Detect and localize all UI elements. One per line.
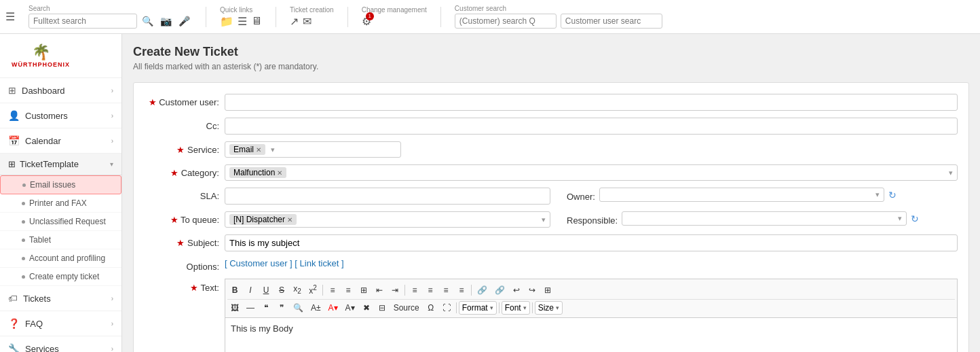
service-dropdown-arrow-icon[interactable]: ▾ — [271, 145, 275, 154]
ticket-out-icon[interactable]: ↗ — [290, 15, 299, 28]
sidebar-subitem-unclassified[interactable]: Unclassified Request — [0, 213, 121, 231]
customer-search-section: Customer search — [455, 5, 662, 29]
hr-button[interactable]: — — [243, 301, 258, 315]
service-tag-close[interactable]: ✕ — [256, 146, 261, 154]
unordered-list-button[interactable]: ≡ — [341, 283, 356, 297]
category-tag: Malfunction ✕ — [229, 167, 286, 178]
sidebar-subitem-account-profiling[interactable]: Account and profiling — [0, 249, 121, 268]
responsible-refresh-button[interactable]: ↻ — [911, 213, 919, 224]
undo-button[interactable]: ↩ — [509, 283, 524, 297]
list-icon[interactable]: ☰ — [238, 15, 247, 28]
indent-more-button[interactable]: ⇥ — [388, 283, 402, 297]
change-badge: 1 — [366, 12, 374, 20]
fullscreen-button[interactable]: ⛶ — [439, 301, 454, 315]
responsible-dropdown-arrow-icon[interactable]: ▾ — [898, 214, 902, 223]
more-button[interactable]: ⊞ — [540, 283, 555, 297]
camera-icon[interactable]: 📷 — [158, 14, 174, 28]
owner-dropdown-arrow-icon[interactable]: ▾ — [875, 190, 880, 199]
blockquote-open-button[interactable]: ❝ — [259, 301, 274, 315]
queue-tag-close[interactable]: ✕ — [287, 216, 293, 224]
find-button[interactable]: 🔍 — [290, 301, 307, 315]
sidebar-item-dashboard[interactable]: ⊞ Dashboard › — [0, 78, 121, 103]
image-button[interactable]: 🖼 — [227, 301, 242, 315]
italic-button[interactable]: I — [243, 283, 258, 297]
queue-dropdown-arrow-icon[interactable]: ▾ — [542, 215, 546, 224]
folder-icon[interactable]: 📁 — [220, 15, 233, 28]
top-bar: ☰ Search 🔍 📷 🎤 Quick links 📁 ☰ 🖥 Ticket … — [0, 0, 980, 34]
link-button[interactable]: 🔗 — [474, 283, 491, 297]
redo-button[interactable]: ↪ — [525, 283, 540, 297]
align-left-button[interactable]: ≡ — [407, 283, 422, 297]
quicklinks-section: Quick links 📁 ☰ 🖥 — [220, 6, 262, 28]
subscript-button[interactable]: x2 — [290, 282, 305, 297]
size-adjust-button[interactable]: A± — [307, 301, 324, 315]
source-button[interactable]: Source — [390, 301, 423, 315]
email-icon[interactable]: ✉ — [303, 15, 312, 28]
sidebar-item-tickets[interactable]: 🏷 Tickets › — [0, 286, 121, 311]
sidebar-item-customers[interactable]: 👤 Customers › — [0, 103, 121, 128]
sidebar-item-faq[interactable]: ❓ FAQ › — [0, 311, 121, 336]
customer-user-input[interactable] — [225, 94, 958, 111]
ordered-list-button[interactable]: ≡ — [325, 283, 340, 297]
align-center-button[interactable]: ≡ — [423, 283, 438, 297]
tickets-arrow-icon: › — [111, 295, 113, 302]
unlink-button[interactable]: 🔗 — [491, 283, 508, 297]
font-color-button[interactable]: A▾ — [325, 301, 341, 315]
toolbar-sep2 — [404, 285, 405, 296]
category-tag-close[interactable]: ✕ — [277, 169, 282, 177]
cc-input[interactable] — [225, 118, 958, 135]
size-dropdown[interactable]: Size ▾ — [535, 301, 563, 315]
bg-color-button[interactable]: A▾ — [342, 301, 358, 315]
blockquote-close-button[interactable]: ❞ — [274, 301, 289, 315]
category-dropdown-arrow-icon[interactable]: ▾ — [949, 169, 953, 177]
special-chars-button[interactable]: Ω — [423, 301, 438, 315]
customer-search-label: Customer search — [455, 5, 662, 12]
link-ticket-link[interactable]: [ Link ticket ] — [295, 258, 343, 268]
subject-input[interactable] — [225, 234, 958, 251]
faq-arrow-icon: › — [111, 320, 113, 328]
sidebar-subitem-tablet[interactable]: Tablet — [0, 231, 121, 249]
to-queue-tag-input[interactable]: [N] Dispatcher ✕ ▾ — [225, 211, 550, 228]
search-input[interactable] — [29, 14, 137, 29]
gear-badge-icon[interactable]: ⚙ 1 — [362, 15, 371, 28]
sidebar-item-ticket-template[interactable]: ⊞ TicketTemplate ▾ — [0, 154, 121, 175]
font-dropdown[interactable]: Font ▾ — [502, 301, 530, 315]
pagebreak-button[interactable]: ⊟ — [375, 301, 390, 315]
mic-icon[interactable]: 🎤 — [176, 14, 192, 28]
size-dropdown-label: Size — [538, 303, 554, 313]
customer-user-search-input[interactable] — [561, 14, 662, 29]
clear-format-button[interactable]: ✖ — [359, 301, 374, 315]
hamburger-icon[interactable]: ☰ — [5, 10, 15, 23]
sidebar-subitem-email-issues[interactable]: Email issues — [0, 175, 121, 194]
options-label: Options: — [145, 258, 219, 272]
owner-input[interactable]: ▾ — [599, 188, 884, 202]
editor-body[interactable]: This is my Body — [225, 317, 958, 352]
monitor-icon[interactable]: 🖥 — [251, 15, 262, 27]
format-dropdown[interactable]: Format ▾ — [459, 301, 497, 315]
underline-button[interactable]: U — [259, 283, 274, 297]
sla-owner-row: SLA: Owner: ▾ ↻ — [145, 188, 958, 205]
to-queue-label: ★ To queue: — [145, 211, 219, 225]
align-justify-button[interactable]: ≡ — [454, 283, 469, 297]
customer-user-label: ★ Customer user: — [145, 94, 219, 107]
sla-input[interactable] — [225, 188, 550, 205]
indent-less-button[interactable]: ⇤ — [372, 283, 387, 297]
owner-refresh-button[interactable]: ↻ — [888, 190, 897, 200]
search-icon[interactable]: 🔍 — [140, 14, 155, 28]
table-button[interactable]: ⊞ — [356, 283, 371, 297]
font-dropdown-label: Font — [505, 303, 521, 313]
strikethrough-button[interactable]: S — [274, 283, 289, 297]
category-tag-input[interactable]: Malfunction ✕ ▾ — [225, 164, 958, 181]
sidebar-subitem-printer-fax[interactable]: Printer and FAX — [0, 194, 121, 213]
sidebar-item-services[interactable]: 🔧 Services › — [0, 336, 121, 352]
bold-button[interactable]: B — [227, 283, 242, 297]
dashboard-arrow-icon: › — [111, 87, 113, 94]
responsible-input[interactable]: ▾ — [622, 211, 907, 226]
customer-user-link[interactable]: [ Customer user ] — [225, 258, 293, 268]
align-right-button[interactable]: ≡ — [438, 283, 453, 297]
superscript-button[interactable]: x2 — [305, 282, 320, 298]
sidebar-subitem-create-empty[interactable]: Create empty ticket — [0, 268, 121, 286]
service-tag-input[interactable]: Email ✕ ▾ — [225, 141, 401, 158]
sidebar-item-calendar[interactable]: 📅 Calendar › — [0, 128, 121, 154]
customer-search-input[interactable] — [455, 14, 557, 29]
